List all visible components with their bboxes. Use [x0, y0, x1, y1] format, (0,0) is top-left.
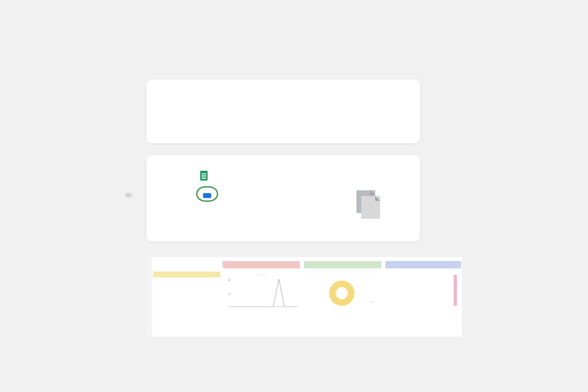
property-header	[153, 272, 220, 277]
make-a-copy-button[interactable]	[203, 193, 211, 198]
donut-icon	[329, 281, 354, 306]
decorative-mark	[125, 193, 133, 198]
svg-text:30: 30	[228, 279, 230, 281]
spreadsheet-preview: ── ── 30 15 ──	[146, 257, 462, 337]
chart-header-revenue	[223, 261, 300, 268]
chart-expenses-breakdown: ──	[304, 272, 381, 311]
donut-label: ──	[370, 301, 374, 303]
step-2-card	[146, 155, 420, 242]
chart-net-profit	[385, 272, 461, 311]
chart-header-expenses	[304, 261, 381, 268]
step-1-card	[146, 80, 420, 143]
chart-legend: ── ──	[223, 272, 300, 276]
document-copy-icon	[356, 190, 375, 213]
row-number-gutter	[146, 257, 152, 337]
google-sheets-icon	[200, 171, 208, 181]
make-a-copy-highlight	[196, 186, 218, 202]
chart-header-netprofit	[385, 261, 461, 268]
net-profit-bar	[454, 275, 457, 306]
chart-revenue-vs-expenses: ── ── 30 15	[223, 272, 300, 311]
svg-text:15: 15	[228, 292, 230, 295]
table-months-header	[153, 314, 461, 319]
line-chart-svg: 30 15	[228, 277, 297, 307]
